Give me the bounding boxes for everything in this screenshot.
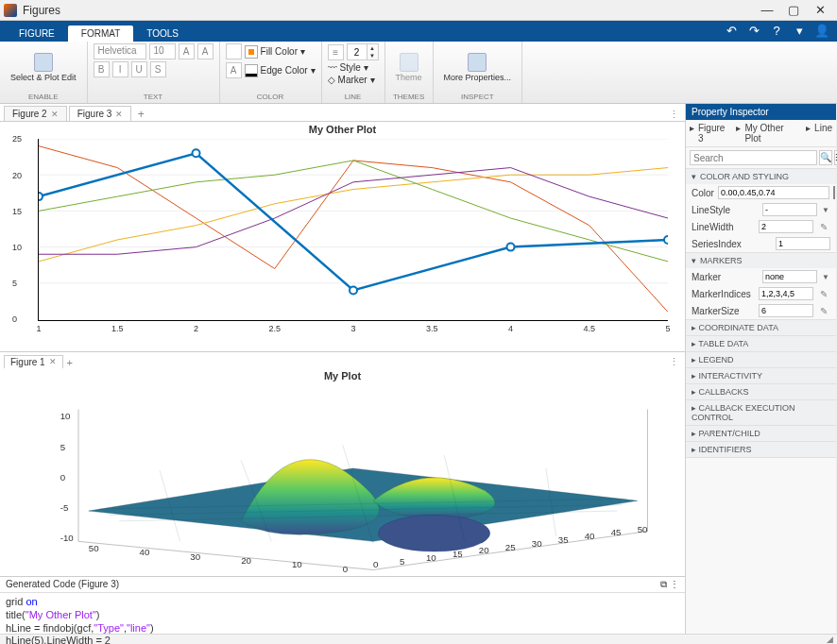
section-header[interactable]: ▸ IDENTIFIERS (686, 442, 836, 457)
maximize-button[interactable]: ▢ (780, 3, 807, 17)
quick-access: ↶ ↷ ? ▾ 👤 (716, 21, 837, 42)
section-color-styling: ▾ COLOR AND STYLING Color▼LineStyle▼Line… (686, 169, 836, 253)
chevron-down-icon[interactable]: ▼ (821, 273, 830, 281)
property-input[interactable] (759, 220, 813, 233)
line-marker[interactable] (39, 194, 43, 201)
close-icon[interactable]: ✕ (49, 357, 57, 367)
select-plot-edit-button[interactable]: Select & Plot Edit (6, 50, 81, 86)
section-header[interactable]: ▸ LEGEND (686, 352, 836, 367)
edge-color-button[interactable]: Edge Color ▾ (245, 64, 316, 77)
property-input[interactable] (762, 203, 817, 216)
close-button[interactable]: ✕ (807, 3, 833, 17)
search-input[interactable] (690, 150, 817, 165)
font-family-select[interactable]: Helvetica (94, 43, 146, 59)
svg-point-6 (378, 515, 489, 551)
font-grow-button[interactable]: A (179, 43, 195, 59)
search-icon[interactable]: 🔍 (819, 150, 832, 165)
y-tick: 25 (12, 134, 22, 144)
tab-tools[interactable]: TOOLS (133, 25, 192, 42)
underline-button[interactable]: U (131, 61, 147, 77)
line-style-button[interactable]: 〰 Style ▾ (328, 62, 368, 73)
code-content[interactable]: grid on title("My Other Plot") hLine = f… (0, 593, 685, 644)
pane-menu-icon[interactable]: ⋮ (663, 109, 685, 121)
add-tab-button[interactable]: + (133, 108, 148, 121)
fill-color-button[interactable]: Fill Color ▾ (245, 45, 305, 59)
section-header[interactable]: ▸ INTERACTIVITY (686, 368, 836, 383)
theme-button[interactable]: Theme (391, 50, 427, 86)
figure-tab-1[interactable]: Figure 1✕ (4, 355, 63, 368)
x-tick: 4 (508, 324, 513, 333)
resize-grip-icon[interactable]: ◢ (827, 635, 833, 644)
line-marker[interactable] (193, 150, 200, 158)
line-width-stepper[interactable]: ▲▼ (347, 43, 379, 60)
matlab-icon (4, 4, 17, 17)
color-swatch-icon[interactable] (833, 186, 835, 199)
marker-button[interactable]: ◇ Marker ▾ (328, 75, 375, 85)
property-row: MarkerSize✎ (686, 302, 836, 319)
axes-my-plot[interactable]: My Plot (0, 368, 685, 577)
x-tick: 3.5 (426, 324, 438, 333)
user-icon[interactable]: 👤 (814, 24, 829, 39)
chevron-down-icon[interactable]: ▼ (821, 206, 830, 214)
property-input[interactable] (759, 304, 813, 317)
section-header[interactable]: ▸ TABLE DATA (686, 336, 836, 351)
line-marker[interactable] (350, 287, 357, 295)
svg-text:30: 30 (532, 538, 542, 549)
line-width-input[interactable] (348, 44, 367, 59)
selected-line[interactable] (39, 154, 668, 291)
group-label-line: LINE (328, 93, 379, 101)
help-icon[interactable]: ? (769, 24, 784, 39)
figure-tab-3[interactable]: Figure 3✕ (69, 106, 132, 121)
pane-menu-icon[interactable]: ⋮ (663, 356, 685, 368)
close-icon[interactable]: ✕ (115, 110, 123, 119)
undo-icon[interactable]: ↶ (724, 24, 739, 39)
font-color-icon[interactable]: A (226, 62, 242, 78)
line-marker[interactable] (507, 244, 515, 251)
svg-text:5: 5 (400, 556, 404, 567)
edit-icon[interactable]: ✎ (817, 222, 830, 232)
section-header[interactable]: ▸ CALLBACKS (686, 384, 836, 399)
section-header[interactable]: ▸ PARENT/CHILD (686, 426, 836, 441)
line-marker[interactable] (664, 236, 668, 244)
figure-tab-bar: Figure 2✕ Figure 3✕ + ⋮ (0, 104, 685, 122)
close-icon[interactable]: ✕ (51, 110, 59, 119)
property-input[interactable] (759, 287, 813, 300)
strike-button[interactable]: S (150, 61, 166, 77)
svg-text:-5: -5 (60, 502, 69, 513)
section-header[interactable]: ▸ COORDINATE DATA (686, 320, 836, 335)
property-input[interactable] (776, 237, 830, 250)
chevron-down-icon[interactable]: ▾ (792, 24, 807, 39)
section-header[interactable]: ▸ CALLBACK EXECUTION CONTROL (686, 400, 836, 425)
face-color-icon[interactable] (226, 43, 242, 59)
italic-button[interactable]: I (112, 61, 128, 77)
redo-icon[interactable]: ↷ (746, 24, 761, 39)
tab-figure[interactable]: FIGURE (6, 25, 68, 42)
svg-text:35: 35 (558, 534, 569, 545)
group-label-color: COLOR (226, 93, 316, 101)
crumb-axes[interactable]: My Other Plot (744, 123, 802, 144)
breadcrumb: ▸ Figure 3 ▸ My Other Plot ▸ Line (686, 120, 836, 147)
x-tick: 2 (194, 324, 198, 333)
property-row: MarkerIndices✎ (686, 285, 836, 302)
font-size-select[interactable]: 10 (149, 43, 176, 59)
font-shrink-button[interactable]: A (197, 43, 214, 59)
crumb-line[interactable]: Line (814, 123, 832, 144)
property-input[interactable] (718, 186, 829, 199)
edit-icon[interactable]: ✎ (817, 289, 830, 299)
property-input[interactable] (762, 270, 817, 283)
section-header[interactable]: ▾ COLOR AND STYLING (686, 169, 836, 184)
tab-format[interactable]: FORMAT (68, 25, 133, 42)
pane-menu-icon[interactable]: ⋮ (670, 579, 679, 590)
svg-text:30: 30 (190, 551, 200, 562)
property-row: LineStyle▼ (686, 201, 836, 218)
section-header[interactable]: ▾ MARKERS (686, 253, 836, 268)
edit-icon[interactable]: ✎ (817, 306, 830, 316)
bold-button[interactable]: B (94, 61, 110, 77)
group-label-themes: THEMES (391, 93, 427, 101)
minimize-button[interactable]: — (754, 3, 780, 17)
more-properties-button[interactable]: More Properties... (439, 50, 517, 86)
figure-tab-2[interactable]: Figure 2✕ (4, 106, 67, 121)
add-tab-button[interactable]: + (63, 357, 77, 368)
axes-my-other-plot[interactable]: My Other Plot 051015202511.522.533.544.5… (0, 122, 685, 351)
crumb-figure[interactable]: Figure 3 (698, 123, 732, 144)
